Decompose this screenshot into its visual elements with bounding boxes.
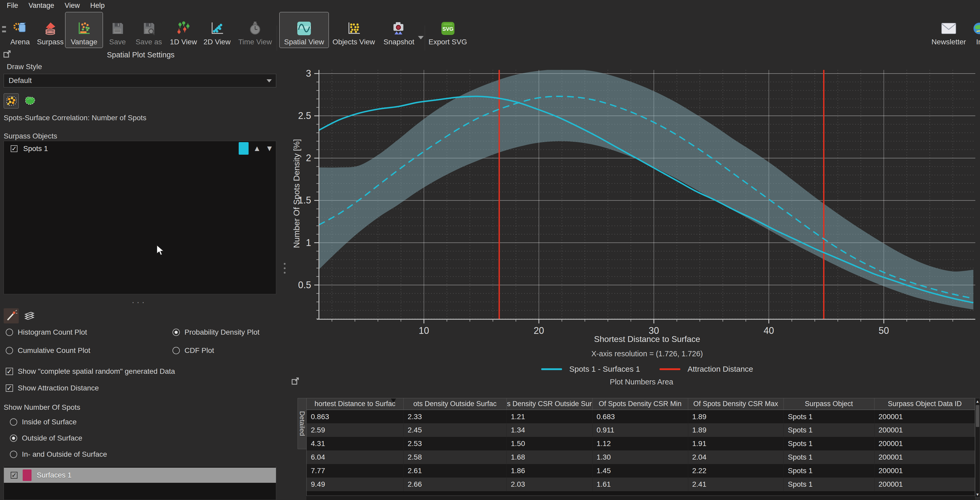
table-cell: 1.21 (506, 410, 592, 423)
undock-table-icon[interactable] (291, 377, 299, 385)
table-row[interactable]: 2.592.451.340.9111.89Spots 1200001 (307, 423, 975, 437)
radio-icon (172, 347, 180, 354)
newsletter-envelope-icon (941, 20, 957, 37)
spots-1-checkbox[interactable]: ✓ (11, 145, 18, 152)
surfaces-list[interactable]: Surfaces 1 (4, 466, 276, 500)
newsletter-button[interactable]: Newsletter (928, 12, 969, 48)
list-item-surfaces-1-selected[interactable]: Surfaces 1 (4, 468, 276, 483)
menu-file[interactable]: File (7, 2, 18, 10)
plot-numbers-table[interactable]: hortest Distance to Surfacots Density Ou… (306, 398, 975, 496)
table-horizontal-scrollbar[interactable] (306, 496, 975, 500)
snapshot-button[interactable]: Snapshot (379, 12, 420, 48)
column-header[interactable]: hortest Distance to Surfac (307, 398, 403, 410)
draw-style-dropdown[interactable]: Default (4, 74, 276, 87)
radio-cdf-plot[interactable]: CDF Plot (172, 347, 214, 355)
table-cell: 0.863 (307, 410, 403, 423)
table-row[interactable]: 0.8632.331.210.6831.89Spots 1200001 (307, 410, 975, 423)
2d-view-button[interactable]: 2D View (201, 12, 233, 48)
radio-histogram-count-plot[interactable]: Histogram Count Plot (6, 328, 87, 337)
scroll-down-icon[interactable]: ▼ (975, 492, 980, 497)
copy-numbers-button[interactable] (22, 308, 37, 323)
table-row[interactable]: 9.492.662.031.612.41Spots 1200001 (307, 478, 975, 491)
spots-style-button[interactable] (4, 93, 19, 109)
column-header[interactable]: Surpass Object Data ID (874, 398, 975, 410)
panel-splitter-handle[interactable] (284, 263, 286, 276)
table-row[interactable]: 6.042.581.681.302.04Spots 1200001 (307, 450, 975, 464)
move-up-icon[interactable]: ▲ (253, 144, 261, 152)
save-icon (110, 20, 124, 37)
panel-resize-handle[interactable]: ··· (132, 297, 147, 307)
surface-style-button[interactable] (22, 93, 38, 109)
panel-title: Spatial Plot Settings (0, 51, 282, 59)
scrollbar-thumb[interactable] (976, 405, 979, 427)
objects-view-button[interactable]: Objects View (329, 12, 378, 48)
column-header[interactable]: s Density CSR Outside Sur (506, 398, 592, 410)
radio-cumulative-count-plot[interactable]: Cumulative Count Plot (6, 347, 91, 355)
spatial-plot-chart[interactable]: 0.511.522.531020304050 (286, 60, 980, 337)
vantage-button[interactable]: Vantage (65, 12, 103, 48)
time-view-button[interactable]: Time View (234, 12, 276, 48)
checkbox-show-attraction-distance[interactable]: Show Attraction Distance (6, 384, 99, 392)
tab-detailed[interactable]: Detailed (298, 398, 306, 449)
menu-view[interactable]: View (65, 2, 80, 10)
svg-text:0.5: 0.5 (298, 280, 311, 290)
list-item-spots-1[interactable]: ✓ Spots 1 ▲ ▼ (4, 141, 276, 156)
snapshot-dropdown-caret[interactable] (418, 36, 424, 39)
menu-vantage[interactable]: Vantage (29, 2, 54, 10)
time-view-icon (248, 20, 262, 37)
table-cell: 1.34 (506, 423, 592, 437)
table-cell: Spots 1 (784, 464, 874, 478)
1d-view-button[interactable]: 1D View (168, 12, 199, 48)
table-row[interactable]: 7.772.611.861.452.22Spots 1200001 (307, 464, 975, 478)
chart-legend: Spots 1 - Surfaces 1 Attraction Distance (319, 365, 975, 374)
move-down-icon[interactable]: ▼ (266, 144, 273, 152)
export-svg-button[interactable]: SVG Export SVG (426, 12, 469, 48)
x-axis-resolution-note: X-axis resolution = (1.726, 1.726) (319, 350, 975, 358)
surfaces-1-checkbox[interactable] (11, 472, 18, 479)
column-header[interactable]: ots Density Outside Surfac (403, 398, 506, 410)
surpass-objects-list[interactable]: ✓ Spots 1 ▲ ▼ (4, 141, 276, 294)
scroll-up-icon[interactable]: ▲ (975, 399, 980, 404)
spots-1-color-swatch[interactable] (239, 142, 248, 155)
table-row[interactable]: 4.312.531.501.121.91Spots 1200001 (307, 437, 975, 450)
table-cell: 2.22 (688, 464, 784, 478)
table-vertical-scrollbar[interactable]: ▲ ▼ (975, 398, 980, 498)
radio-in-and-outside-of-surface[interactable]: In- and Outside of Surface (10, 450, 107, 458)
column-header[interactable]: Surpass Object (784, 398, 874, 410)
save-button[interactable]: Save (105, 12, 130, 48)
legend-label-spots: Spots 1 - Surfaces 1 (570, 365, 640, 374)
save-as-button[interactable]: Save as (132, 12, 166, 48)
checkbox-icon (6, 385, 13, 392)
table-cell: Spots 1 (784, 410, 874, 423)
1d-view-icon (176, 20, 191, 37)
table-cell: 200001 (874, 478, 975, 491)
checkbox-icon (6, 368, 13, 375)
show-number-of-spots-label: Show Number Of Spots (4, 403, 80, 412)
table-cell: 2.41 (688, 478, 784, 491)
surpass-button[interactable]: Surpass (36, 12, 65, 48)
2d-view-icon (210, 20, 224, 37)
arena-button[interactable]: Arena (5, 12, 35, 48)
objects-view-icon (346, 20, 361, 37)
radio-inside-of-surface[interactable]: Inside of Surface (10, 418, 76, 426)
spatial-view-button[interactable]: Spatial View (279, 12, 329, 48)
legend-line-attraction (660, 368, 680, 370)
table-cell: 2.45 (403, 423, 506, 437)
surfaces-1-color-swatch[interactable] (23, 470, 32, 481)
radio-icon (6, 347, 13, 354)
internet-button[interactable]: In (971, 12, 980, 48)
spots-blob-icon (5, 95, 18, 107)
svg-text:3: 3 (306, 68, 311, 79)
radio-probability-density-plot[interactable]: Probability Density Plot (172, 328, 259, 337)
table-cell: 1.89 (688, 410, 784, 423)
column-header[interactable]: Of Spots Density CSR Max (688, 398, 784, 410)
radio-outside-of-surface[interactable]: Outside of Surface (10, 434, 82, 442)
table-cell: 1.45 (592, 464, 688, 478)
menu-help[interactable]: Help (90, 2, 105, 10)
checkbox-show-csr-data[interactable]: Show "complete spatial random" generated… (6, 367, 175, 375)
radio-icon (172, 329, 180, 336)
wand-tool-button[interactable] (4, 308, 19, 323)
table-cell: 1.61 (592, 478, 688, 491)
table-cell: 2.58 (403, 450, 506, 464)
column-header[interactable]: Of Spots Density CSR Min (592, 398, 688, 410)
